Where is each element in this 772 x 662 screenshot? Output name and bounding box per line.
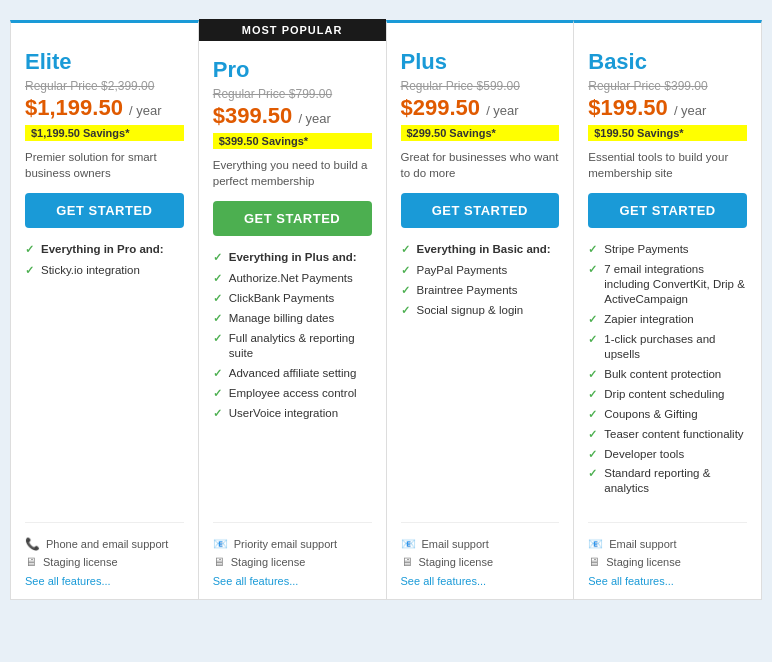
footer-text: Staging license xyxy=(419,556,494,568)
footer-section-elite: 📞 Phone and email support 🖥 Staging lice… xyxy=(25,522,184,587)
footer-item: 📧 Priority email support xyxy=(213,537,372,551)
feature-item: Bulk content protection xyxy=(588,367,747,382)
features-list-basic: Stripe Payments7 email integrations incl… xyxy=(588,242,747,522)
feature-item: PayPal Payments xyxy=(401,263,560,278)
plan-card-plus: PlusRegular Price $599.00$299.50 / year$… xyxy=(387,20,575,600)
feature-item: Manage billing dates xyxy=(213,311,372,326)
plan-card-elite: EliteRegular Price $2,399.00$1,199.50 / … xyxy=(10,20,199,600)
feature-item: Social signup & login xyxy=(401,303,560,318)
footer-item: 🖥 Staging license xyxy=(401,555,560,569)
footer-icon: 📞 xyxy=(25,537,40,551)
footer-text: Email support xyxy=(422,538,489,550)
get-started-button-basic[interactable]: GET STARTED xyxy=(588,193,747,228)
plan-description-elite: Premier solution for smart business owne… xyxy=(25,149,184,181)
footer-icon: 📧 xyxy=(401,537,416,551)
footer-item: 🖥 Staging license xyxy=(213,555,372,569)
footer-item: 📞 Phone and email support xyxy=(25,537,184,551)
get-started-button-elite[interactable]: GET STARTED xyxy=(25,193,184,228)
feature-item: Employee access control xyxy=(213,386,372,401)
savings-badge-elite: $1,199.50 Savings* xyxy=(25,125,184,141)
feature-header: Everything in Pro and: xyxy=(25,242,184,257)
footer-section-basic: 📧 Email support 🖥 Staging license See al… xyxy=(588,522,747,587)
get-started-button-plus[interactable]: GET STARTED xyxy=(401,193,560,228)
feature-item: 1-click purchases and upsells xyxy=(588,332,747,362)
footer-text: Staging license xyxy=(43,556,118,568)
feature-item: Teaser content functionality xyxy=(588,427,747,442)
footer-text: Staging license xyxy=(231,556,306,568)
feature-item: UserVoice integration xyxy=(213,406,372,421)
footer-item: 🖥 Staging license xyxy=(588,555,747,569)
footer-icon: 📧 xyxy=(213,537,228,551)
see-all-link-basic[interactable]: See all features... xyxy=(588,575,747,587)
footer-item: 📧 Email support xyxy=(401,537,560,551)
feature-item: Zapier integration xyxy=(588,312,747,327)
features-list-plus: Everything in Basic and:PayPal PaymentsB… xyxy=(401,242,560,522)
footer-item: 🖥 Staging license xyxy=(25,555,184,569)
plan-card-pro: MOST POPULARProRegular Price $799.00$399… xyxy=(199,20,387,600)
see-all-link-plus[interactable]: See all features... xyxy=(401,575,560,587)
sale-price-pro: $399.50 / year xyxy=(213,103,372,129)
feature-item: Authorize.Net Payments xyxy=(213,271,372,286)
features-list-pro: Everything in Plus and:Authorize.Net Pay… xyxy=(213,250,372,522)
footer-icon: 📧 xyxy=(588,537,603,551)
regular-price-basic: Regular Price $399.00 xyxy=(588,79,747,93)
sale-price-plus: $299.50 / year xyxy=(401,95,560,121)
feature-header: Everything in Basic and: xyxy=(401,242,560,257)
feature-item: Braintree Payments xyxy=(401,283,560,298)
plan-name-plus: Plus xyxy=(401,49,560,75)
feature-item: ClickBank Payments xyxy=(213,291,372,306)
plan-name-basic: Basic xyxy=(588,49,747,75)
per-year-basic: / year xyxy=(674,103,707,118)
feature-item: Coupons & Gifting xyxy=(588,407,747,422)
feature-header: Everything in Plus and: xyxy=(213,250,372,265)
footer-icon: 🖥 xyxy=(401,555,413,569)
savings-badge-plus: $299.50 Savings* xyxy=(401,125,560,141)
footer-text: Phone and email support xyxy=(46,538,168,550)
feature-item: Sticky.io integration xyxy=(25,263,184,278)
per-year-plus: / year xyxy=(486,103,519,118)
plan-name-elite: Elite xyxy=(25,49,184,75)
plan-description-pro: Everything you need to build a perfect m… xyxy=(213,157,372,189)
get-started-button-pro[interactable]: GET STARTED xyxy=(213,201,372,236)
regular-price-elite: Regular Price $2,399.00 xyxy=(25,79,184,93)
footer-text: Priority email support xyxy=(234,538,337,550)
regular-price-pro: Regular Price $799.00 xyxy=(213,87,372,101)
footer-section-plus: 📧 Email support 🖥 Staging license See al… xyxy=(401,522,560,587)
plan-description-plus: Great for businesses who want to do more xyxy=(401,149,560,181)
pricing-grid: EliteRegular Price $2,399.00$1,199.50 / … xyxy=(10,20,762,600)
savings-badge-pro: $399.50 Savings* xyxy=(213,133,372,149)
feature-item: Stripe Payments xyxy=(588,242,747,257)
see-all-link-elite[interactable]: See all features... xyxy=(25,575,184,587)
footer-text: Staging license xyxy=(606,556,681,568)
plan-name-pro: Pro xyxy=(213,57,372,83)
feature-item: Advanced affiliate setting xyxy=(213,366,372,381)
most-popular-badge: MOST POPULAR xyxy=(199,19,386,41)
feature-item: Full analytics & reporting suite xyxy=(213,331,372,361)
footer-icon: 🖥 xyxy=(588,555,600,569)
feature-item: Standard reporting & analytics xyxy=(588,466,747,496)
features-list-elite: Everything in Pro and:Sticky.io integrat… xyxy=(25,242,184,522)
footer-text: Email support xyxy=(609,538,676,550)
savings-badge-basic: $199.50 Savings* xyxy=(588,125,747,141)
per-year-pro: / year xyxy=(298,111,331,126)
footer-section-pro: 📧 Priority email support 🖥 Staging licen… xyxy=(213,522,372,587)
feature-item: Drip content scheduling xyxy=(588,387,747,402)
feature-item: Developer tools xyxy=(588,447,747,462)
plan-description-basic: Essential tools to build your membership… xyxy=(588,149,747,181)
sale-price-elite: $1,199.50 / year xyxy=(25,95,184,121)
feature-item: 7 email integrations including ConvertKi… xyxy=(588,262,747,307)
per-year-elite: / year xyxy=(129,103,162,118)
see-all-link-pro[interactable]: See all features... xyxy=(213,575,372,587)
sale-price-basic: $199.50 / year xyxy=(588,95,747,121)
footer-icon: 🖥 xyxy=(25,555,37,569)
regular-price-plus: Regular Price $599.00 xyxy=(401,79,560,93)
footer-icon: 🖥 xyxy=(213,555,225,569)
footer-item: 📧 Email support xyxy=(588,537,747,551)
plan-card-basic: BasicRegular Price $399.00$199.50 / year… xyxy=(574,20,762,600)
